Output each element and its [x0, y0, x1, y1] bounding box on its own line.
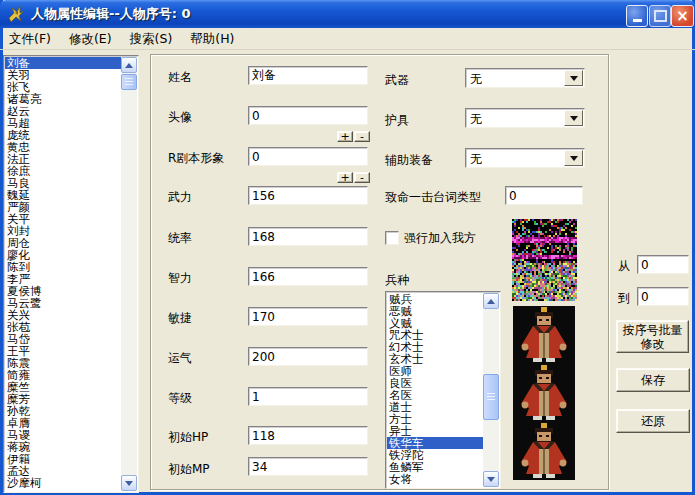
field-label-strength: 武力 — [168, 189, 192, 206]
chevron-down-icon — [570, 76, 578, 81]
batch-modify-button[interactable]: 按序号批量修改 — [616, 320, 689, 353]
from-label: 从 — [618, 258, 630, 275]
armor-select[interactable]: 无 — [465, 108, 585, 128]
script-figure-input[interactable] — [248, 147, 368, 166]
portrait-minus-button[interactable]: - — [354, 131, 370, 142]
field-label-intelligence: 智力 — [168, 270, 192, 287]
accessory-label: 辅助装备 — [385, 152, 433, 169]
field-label-agility: 敏捷 — [168, 310, 192, 327]
arrow-down-icon — [125, 481, 133, 486]
to-input[interactable] — [637, 287, 689, 306]
list-item[interactable]: 女将 — [387, 473, 483, 485]
from-input[interactable] — [637, 255, 689, 274]
figure-plus-button[interactable]: + — [337, 172, 353, 183]
figure-minus-button[interactable]: - — [354, 172, 370, 183]
character-list-items: 刘备关羽张飞诸葛亮赵云马超庞统黄忠法正徐庶马良魏延严颜关平刘封周仓廖化陈到李严夏… — [5, 57, 121, 491]
arrow-up-icon — [487, 299, 495, 304]
save-button[interactable]: 保存 — [616, 368, 690, 392]
menu-search[interactable]: 搜索(S) — [121, 28, 182, 49]
level-input[interactable] — [248, 387, 368, 406]
weapon-label: 武器 — [385, 72, 409, 89]
window-title: 人物属性编辑--人物序号: 0 — [31, 0, 191, 28]
initial-mp-input[interactable] — [248, 457, 368, 476]
field-label-portrait: 头像 — [168, 109, 192, 126]
weapon-value: 无 — [470, 71, 482, 88]
minimize-button[interactable] — [626, 5, 648, 27]
field-label-luck: 运气 — [168, 350, 192, 367]
troop-type-label: 兵种 — [385, 272, 409, 289]
critical-quote-label: 致命一击台词类型 — [385, 189, 481, 206]
menu-edit[interactable]: 修改(E) — [60, 28, 121, 49]
close-icon: × — [676, 7, 689, 25]
app-bird-icon — [6, 4, 26, 24]
field-label-script-figure: R剧本形象 — [168, 150, 224, 167]
scroll-up-button[interactable] — [483, 293, 499, 309]
scroll-down-button[interactable] — [121, 475, 137, 491]
force-join-label: 强行加入我方 — [404, 230, 476, 247]
portrait-id-input[interactable] — [248, 106, 368, 125]
dropdown-button[interactable] — [564, 70, 583, 86]
critical-quote-input[interactable] — [505, 186, 583, 205]
menu-help[interactable]: 帮助(H) — [181, 28, 243, 49]
portrait-plus-button[interactable]: + — [337, 131, 353, 142]
menu-file[interactable]: 文件(F) — [0, 28, 60, 49]
list-item[interactable]: 沙摩柯 — [5, 477, 121, 489]
chevron-down-icon — [570, 116, 578, 121]
field-label-level: 等级 — [168, 390, 192, 407]
dropdown-button[interactable] — [564, 110, 583, 126]
scroll-up-button[interactable] — [121, 57, 137, 73]
scrollbar-thumb[interactable] — [121, 74, 137, 90]
armor-value: 无 — [470, 111, 482, 128]
dropdown-button[interactable] — [564, 150, 583, 166]
intelligence-input[interactable] — [248, 267, 368, 286]
field-label-initial-hp: 初始HP — [168, 429, 208, 446]
luck-input[interactable] — [248, 347, 368, 366]
maximize-button[interactable] — [649, 5, 671, 27]
strength-input[interactable] — [248, 186, 368, 205]
scroll-down-button[interactable] — [483, 471, 499, 487]
minimize-icon — [633, 19, 642, 22]
accessory-value: 无 — [470, 151, 482, 168]
agility-input[interactable] — [248, 307, 368, 326]
troop-list-scrollbar[interactable] — [483, 293, 499, 487]
character-list-scrollbar[interactable] — [121, 57, 137, 491]
restore-button[interactable]: 还原 — [616, 409, 690, 433]
force-join-checkbox[interactable] — [385, 231, 399, 245]
field-label-leadership: 统率 — [168, 230, 192, 247]
accessory-select[interactable]: 无 — [465, 148, 585, 168]
weapon-select[interactable]: 无 — [465, 68, 585, 88]
maximize-icon — [654, 10, 667, 22]
name-input[interactable] — [248, 66, 368, 85]
initial-hp-input[interactable] — [248, 426, 368, 445]
close-button[interactable]: × — [671, 5, 694, 27]
arrow-up-icon — [125, 63, 133, 68]
menu-bar: 文件(F) 修改(E) 搜索(S) 帮助(H) — [0, 28, 695, 50]
to-label: 到 — [618, 290, 630, 307]
sprite-preview — [513, 306, 575, 480]
troop-list[interactable]: 贼兵恶贼义贼咒术士幻术士玄术士医师良医名医道士方士异士铁华车铁浮陀鱼鳞军女将 — [385, 291, 501, 489]
field-label-name: 姓名 — [168, 69, 192, 86]
troop-list-items: 贼兵恶贼义贼咒术士幻术士玄术士医师良医名医道士方士异士铁华车铁浮陀鱼鳞军女将 — [387, 293, 483, 487]
app-window: 人物属性编辑--人物序号: 0 × 文件(F) 修改(E) 搜索(S) 帮助(H… — [0, 0, 695, 495]
chevron-down-icon — [570, 156, 578, 161]
arrow-down-icon — [487, 477, 495, 482]
scrollbar-thumb[interactable] — [483, 374, 499, 420]
leadership-input[interactable] — [248, 227, 368, 246]
portrait-image — [512, 219, 577, 301]
title-bar[interactable]: 人物属性编辑--人物序号: 0 × — [0, 0, 695, 28]
character-list[interactable]: 刘备关羽张飞诸葛亮赵云马超庞统黄忠法正徐庶马良魏延严颜关平刘封周仓廖化陈到李严夏… — [3, 55, 139, 493]
field-label-initial-mp: 初始MP — [168, 461, 210, 478]
armor-label: 护具 — [385, 112, 409, 129]
